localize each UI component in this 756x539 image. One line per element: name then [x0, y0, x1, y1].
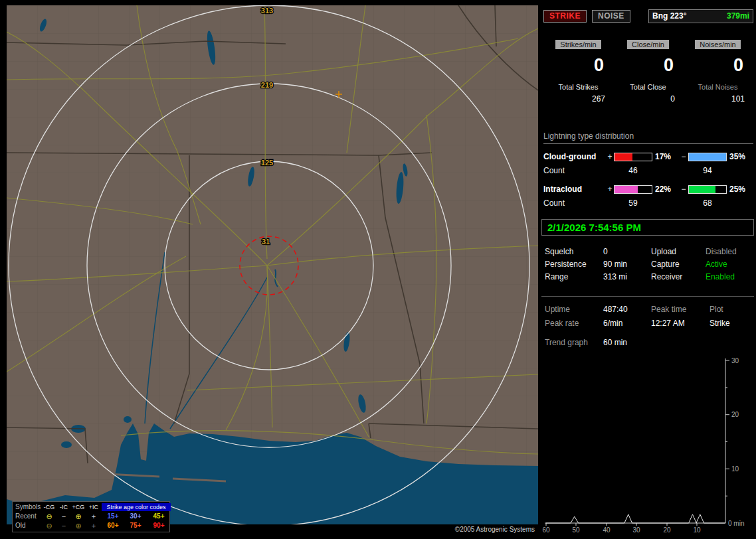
ic-negative-count: 68: [688, 198, 727, 208]
age-45: 45+: [147, 512, 171, 521]
persistence-value: 90 min: [603, 258, 651, 271]
intracloud-count-row: Count 59 68: [543, 198, 753, 208]
xtick-40: 40: [603, 526, 611, 534]
ic-negative-bar: [688, 185, 727, 194]
intracloud-row: Intracloud + 22% − 25%: [543, 183, 753, 196]
cg-negative-count: 94: [688, 166, 727, 175]
close-column: Close/min 0 Total Close 0: [613, 40, 683, 104]
upload-status: Disabled: [706, 246, 753, 258]
ic-positive-count: 59: [614, 198, 652, 208]
minus-sign: −: [679, 152, 688, 161]
receiver-label: Receiver: [651, 271, 706, 283]
distribution-title: Lightning type distribution: [543, 131, 753, 144]
ring-label-125: 125: [261, 159, 273, 167]
strikes-per-min-value: 0: [543, 52, 613, 78]
noises-per-min-label: Noises/min: [695, 40, 740, 49]
copyright-text: ©2005 Astrogenic Systems: [428, 526, 535, 533]
bearing-label: Bng 223°: [652, 11, 686, 21]
legend-col-nic: -IC: [56, 502, 71, 512]
datetime-text: 2/1/2026 7:54:56 PM: [547, 222, 641, 233]
nexstorm-window: 313 219 125 31 Symbols -CG -IC +CG +IC S…: [0, 0, 756, 539]
old-nic-icon: −: [56, 521, 71, 530]
capture-label: Capture: [651, 258, 706, 271]
map-legend: Symbols -CG -IC +CG +IC Strike age color…: [12, 501, 170, 532]
range-label: Range: [545, 271, 603, 283]
close-per-min-label: Close/min: [627, 40, 669, 49]
peak-rate-label: Peak rate: [545, 317, 603, 331]
right-panel: STRIKE NOISE Bng 223° 379mi Strikes/min …: [539, 0, 756, 539]
cloud-ground-row: Cloud-ground + 17% − 35%: [543, 150, 753, 163]
trend-window-value: 60 min: [603, 337, 753, 348]
close-per-min-value: 0: [613, 52, 683, 78]
trend-graph-label: Trend graph: [545, 337, 603, 348]
receiver-status: Enabled: [706, 271, 753, 283]
cloud-ground-count-row: Count 46 94: [543, 165, 753, 176]
plus-sign: +: [606, 152, 614, 161]
peak-rate-value: 6/min: [603, 317, 651, 331]
legend-col-pcg: +CG: [71, 502, 86, 512]
old-ncg-icon: ⊖: [42, 521, 56, 530]
trend-graph: 30 20 10 0 min 60 50 40 30 20 10: [539, 350, 756, 539]
persistence-label: Persistence: [545, 258, 603, 271]
squelch-label: Squelch: [545, 246, 603, 258]
ring-label-313: 313: [261, 7, 273, 15]
plus-sign: +: [606, 185, 614, 194]
ytick-10: 10: [731, 465, 739, 473]
noises-per-min-value: 0: [683, 52, 753, 78]
ic-negative-pct: 25%: [727, 185, 753, 194]
xtick-60: 60: [542, 526, 550, 534]
noises-column: Noises/min 0 Total Noises 101: [683, 40, 753, 104]
age-15: 15+: [102, 512, 124, 521]
bearing-distance: 379mi: [727, 11, 749, 21]
recent-pic-icon: +: [86, 512, 102, 521]
radar-map[interactable]: 313 219 125 31: [7, 5, 538, 524]
strikes-column: Strikes/min 0 Total Strikes 267: [543, 40, 613, 104]
ytick-30: 30: [731, 357, 739, 364]
upload-label: Upload: [651, 246, 706, 258]
age-90: 90+: [147, 521, 171, 530]
total-noises-value: 101: [683, 94, 753, 104]
rate-counters: Strikes/min 0 Total Strikes 267 Close/mi…: [543, 40, 753, 104]
cg-negative-bar: [688, 153, 727, 161]
plot-value: Strike: [709, 317, 753, 331]
legend-col-ncg: -CG: [42, 502, 56, 512]
strikes-per-min-label: Strikes/min: [555, 40, 601, 49]
age-30: 30+: [124, 512, 147, 521]
old-pcg-icon: ⊕: [71, 521, 86, 530]
legend-row-recent: Recent ⊖ − ⊕ + 15+ 30+ 45+: [14, 512, 169, 521]
peak-time-label: Peak time: [651, 303, 709, 317]
age-60: 60+: [102, 521, 124, 530]
trend-graph-header: Trend graph 60 min: [545, 337, 753, 348]
uptime-label: Uptime: [545, 303, 603, 317]
capture-status: Active: [706, 258, 753, 271]
plot-label: Plot: [709, 303, 753, 317]
map-area: 313 219 125 31: [7, 5, 538, 524]
age-75: 75+: [124, 521, 147, 530]
section-divider: [541, 296, 754, 297]
total-strikes-value: 267: [543, 94, 613, 104]
total-strikes-label: Total Strikes: [559, 83, 599, 91]
ic-positive-pct: 22%: [652, 185, 679, 194]
recent-pcg-icon: ⊕: [71, 512, 86, 521]
total-close-label: Total Close: [630, 83, 666, 91]
strike-mode-button[interactable]: STRIKE: [543, 10, 587, 23]
noise-mode-button[interactable]: NOISE: [592, 10, 630, 23]
xtick-50: 50: [572, 526, 580, 534]
total-noises-label: Total Noises: [698, 83, 738, 91]
cg-positive-count: 46: [614, 166, 652, 175]
cg-positive-bar: [614, 153, 652, 161]
legend-symbols-header: Symbols: [14, 502, 42, 512]
ring-label-219: 219: [261, 81, 273, 89]
xtick-10: 10: [693, 526, 701, 534]
cg-positive-pct: 17%: [652, 152, 679, 161]
range-value: 313 mi: [603, 271, 651, 283]
mode-toolbar: STRIKE NOISE Bng 223° 379mi: [543, 9, 753, 23]
recent-nic-icon: −: [56, 512, 71, 521]
datetime-display: 2/1/2026 7:54:56 PM: [541, 219, 754, 236]
legend-row-old: Old ⊖ − ⊕ + 60+ 75+ 90+: [14, 521, 169, 530]
bearing-box: Bng 223° 379mi: [648, 9, 753, 23]
xtick-30: 30: [632, 526, 640, 534]
stats-grid: Uptime 487:40 Peak time Plot Peak rate 6…: [545, 303, 753, 331]
xtick-20: 20: [663, 526, 671, 534]
cg-negative-pct: 35%: [727, 152, 753, 161]
